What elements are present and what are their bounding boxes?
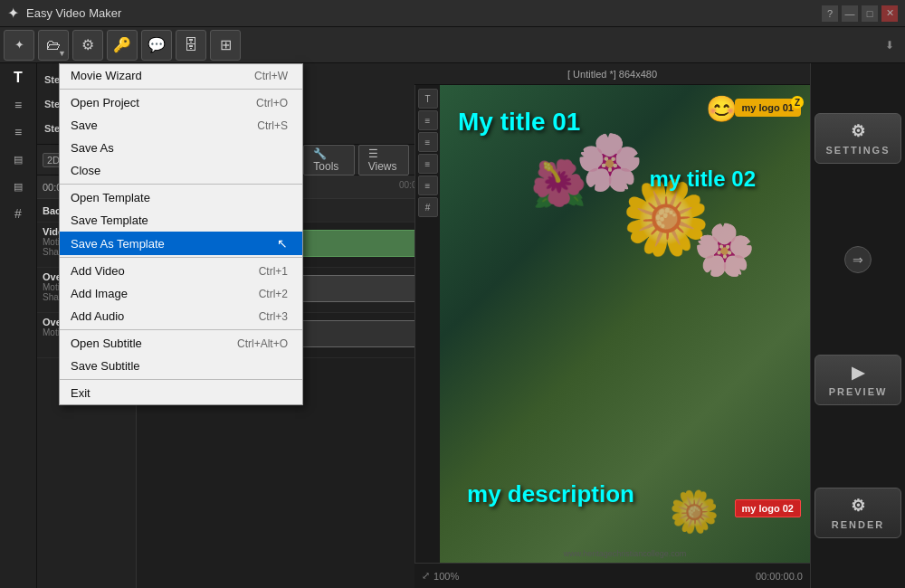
list-icon[interactable]: ▤ (2, 174, 34, 199)
render-label: RENDER (832, 519, 884, 530)
flower-decoration-4: 🌸 (693, 221, 756, 280)
tab-views[interactable]: ☰ Views (358, 145, 409, 175)
preview-logo1: my logo 01 Z (735, 99, 801, 117)
right-section: [ Untitled *] 864x480 T ≡ ≡ ≡ ≡ # 🌸 🌼 🌺 … (414, 63, 810, 588)
text-tool-icon[interactable]: T (2, 65, 34, 90)
flower-decoration-5: 🌼 (669, 488, 719, 536)
render-icon: ⚙ (851, 496, 866, 516)
time-display: 00:00:00.0 (756, 571, 803, 582)
flower-decoration-3: 🌺 (530, 157, 586, 210)
folder-button[interactable]: 🗁 ▼ (38, 30, 69, 61)
preview-icon-1[interactable]: T (418, 89, 438, 109)
zoom-level: 100% (433, 571, 459, 582)
watermark: www.heritagechristiancollege.com (564, 549, 687, 558)
help-button[interactable]: ? (822, 5, 838, 22)
menu-add-video[interactable]: Add Video Ctrl+1 (60, 260, 302, 282)
preview-icon-2[interactable]: ≡ (418, 110, 438, 130)
left-toolbar: T ≡ ≡ ▤ ▤ # (0, 63, 37, 588)
preview-left-icons: T ≡ ≡ ≡ ≡ # (414, 85, 440, 563)
preview-project-info: [ Untitled *] 864x480 (567, 69, 657, 80)
settings-button[interactable]: ⚙ SETTINGS (814, 113, 901, 164)
preview-icon-3[interactable]: ≡ (418, 132, 438, 152)
chat-button[interactable]: 💬 (141, 30, 172, 61)
expand-icon[interactable]: ⤢ (422, 570, 430, 582)
arrow-right-button[interactable]: ⇒ (844, 246, 872, 273)
menu-open-project[interactable]: Open Project Ctrl+O (60, 91, 302, 114)
file-dropdown-menu: Movie Wizard Ctrl+W Open Project Ctrl+O … (59, 63, 303, 405)
title-bar: ✦ Easy Video Maker ? — □ ✕ (0, 0, 905, 27)
grid-icon[interactable]: # (2, 201, 34, 226)
cursor-arrow: ↖ (277, 236, 288, 251)
screen-button[interactable]: ⊞ (210, 30, 241, 61)
app-title: Easy Video Maker (26, 6, 121, 20)
preview-icon-4[interactable]: ≡ (418, 154, 438, 174)
menu-open-template[interactable]: Open Template (60, 186, 302, 209)
play-icon: ▶ (852, 363, 865, 383)
preview-button[interactable]: ▶ PREVIEW (814, 355, 901, 405)
preview-footer: ⤢ 100% 00:00:00.0 (414, 563, 810, 588)
app-icon: ✦ (7, 5, 19, 22)
preview-with-icons: T ≡ ≡ ≡ ≡ # 🌸 🌼 🌺 🌸 🌼 My title 01 my ti (414, 85, 810, 563)
menu-save-as-template[interactable]: Save As Template ↖ (60, 232, 302, 255)
preview-canvas: 🌸 🌼 🌺 🌸 🌼 My title 01 my title 02 my des… (440, 85, 810, 563)
menu-separator-3 (60, 257, 302, 258)
settings-label: SETTINGS (825, 145, 890, 156)
preview-icon-6[interactable]: # (418, 197, 438, 217)
menu-close[interactable]: Close (60, 159, 302, 182)
db-button[interactable]: 🗄 (176, 30, 206, 61)
move-icon-button[interactable]: ✦ (4, 30, 34, 61)
title-bar-controls: ? — □ ✕ (822, 5, 898, 22)
preview-emoji: 😊 (706, 94, 738, 124)
preview-title2: my title 02 (650, 166, 756, 192)
menu-separator-1 (60, 89, 302, 90)
key-button[interactable]: 🔑 (107, 30, 138, 61)
preview-label: PREVIEW (829, 386, 888, 397)
menu-save[interactable]: Save Ctrl+S (60, 114, 302, 137)
preview-header: [ Untitled *] 864x480 (414, 63, 810, 85)
menu-movie-wizard[interactable]: Movie Wizard Ctrl+W (60, 64, 302, 87)
menu-save-subtitle[interactable]: Save Subtitle (60, 355, 302, 377)
close-button[interactable]: ✕ (881, 5, 898, 22)
logo1-badge: Z (791, 96, 804, 109)
align-left-icon[interactable]: ≡ (2, 92, 34, 118)
maximize-button[interactable]: □ (862, 5, 878, 22)
main-toolbar: ✦ 🗁 ▼ ⚙ 🔑 💬 🗄 ⊞ ⬇ Movie Wizard Ctrl+W Op… (0, 27, 905, 63)
menu-separator-5 (60, 379, 302, 380)
minimize-button[interactable]: — (842, 5, 858, 22)
preview-description: my description (467, 480, 634, 508)
render-button[interactable]: ⚙ RENDER (814, 488, 901, 538)
align-center-icon[interactable]: ≡ (2, 119, 34, 145)
align-right-icon[interactable]: ▤ (2, 147, 34, 172)
menu-open-subtitle[interactable]: Open Subtitle Ctrl+Alt+O (60, 332, 302, 355)
menu-add-audio[interactable]: Add Audio Ctrl+3 (60, 305, 302, 327)
menu-separator-4 (60, 329, 302, 330)
menu-save-as[interactable]: Save As (60, 137, 302, 159)
far-right-panel: ⚙ SETTINGS ⇒ ▶ PREVIEW ⚙ RENDER (810, 63, 905, 588)
folder-dropdown-arrow: ▼ (58, 49, 66, 58)
tab-tools[interactable]: 🔧 Tools (303, 145, 354, 175)
preview-icon-5[interactable]: ≡ (418, 175, 438, 195)
settings-icon: ⚙ (851, 121, 866, 141)
menu-save-template[interactable]: Save Template (60, 209, 302, 232)
preview-title1: My title 01 (458, 108, 580, 137)
time-mark-40: 00:00:40 (399, 180, 414, 190)
menu-exit[interactable]: Exit (60, 382, 302, 404)
menu-add-image[interactable]: Add Image Ctrl+2 (60, 282, 302, 305)
settings-button[interactable]: ⚙ (72, 30, 103, 61)
download-icon: ⬇ (885, 39, 894, 52)
menu-separator-2 (60, 184, 302, 185)
zoom-controls: ⤢ 100% (422, 570, 459, 582)
preview-logo2: my logo 02 (735, 499, 801, 517)
title-bar-left: ✦ Easy Video Maker (7, 5, 121, 22)
